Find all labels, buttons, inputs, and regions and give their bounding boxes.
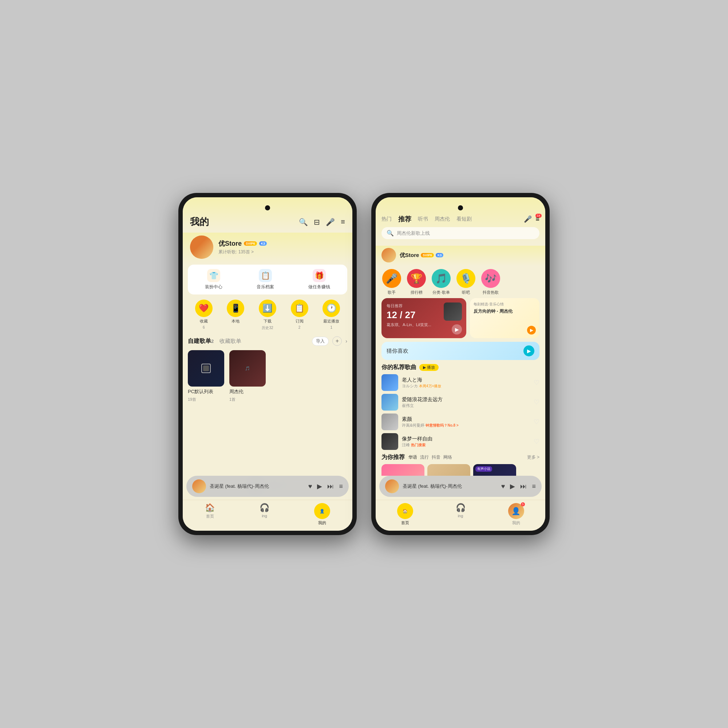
tab-recommend[interactable]: 推荐 — [398, 215, 411, 223]
heart-icon[interactable]: ♥ — [308, 483, 312, 490]
svg-rect-1 — [203, 366, 209, 371]
expand-icon[interactable]: › — [346, 338, 347, 344]
heart-icon-right[interactable]: ♥ — [501, 483, 505, 490]
nav-home-right[interactable]: 🏠 首页 — [397, 503, 413, 526]
play-icon-right[interactable]: ▶ — [510, 482, 515, 490]
tab-collected[interactable]: 收藏歌单 — [219, 338, 241, 345]
album-item-3[interactable]: 有声小说 18.1亿 ▶ 修罗武神 — [473, 464, 516, 476]
dress-center[interactable]: 👕 装扮中心 — [205, 269, 222, 290]
filter-douyin[interactable]: 抖音 — [432, 454, 440, 460]
every-moment-card[interactable]: 每刻精选·音乐心情 反方向的钟 - 周杰伦 ▶ — [470, 298, 540, 338]
list-icon-right[interactable]: ≡ — [532, 483, 536, 490]
cat-singer[interactable]: 🎤 歌手 — [381, 269, 402, 295]
playlist-tabs: 自建歌单2 收藏歌单 导入 + › — [188, 336, 347, 346]
private-rec-header: 你的私荐歌曲 ▶ 播放 — [376, 364, 545, 374]
nav-my[interactable]: 👤 我的 — [314, 503, 330, 526]
svip-badge: SVIP6 — [244, 241, 257, 246]
import-button[interactable]: 导入 — [312, 337, 329, 346]
cat-douyin[interactable]: 🎶 抖音热歌 — [480, 269, 501, 295]
tab-audiobook[interactable]: 听书 — [418, 216, 428, 222]
np-avatar-right — [385, 479, 399, 493]
cat-playlist[interactable]: 🎵 分类·歌单 — [431, 269, 451, 295]
archive-icon: 📋 — [259, 269, 272, 282]
tab-hot[interactable]: 热门 — [381, 216, 392, 222]
tab-created[interactable]: 自建歌单2 — [188, 337, 214, 345]
heart-song-1[interactable]: ♡ — [534, 379, 540, 387]
next-icon[interactable]: ⏭ — [327, 483, 334, 490]
filter-pop[interactable]: 流行 — [420, 454, 429, 460]
tab-drama[interactable]: 看短剧 — [456, 216, 472, 222]
bottom-nav-right: 🏠 首页 🎧 ing 👤 5 我的 — [376, 500, 545, 531]
add-playlist-button[interactable]: + — [332, 336, 342, 346]
douyin-icon: 🎶 — [481, 269, 500, 288]
cat-chart[interactable]: 🏆 排行榜 — [406, 269, 427, 295]
play-all-button[interactable]: ▶ 播放 — [419, 364, 439, 371]
heart-song-2[interactable]: ♡ — [534, 398, 540, 406]
listen-count[interactable]: 累计听歌: 135首 > — [219, 249, 345, 255]
more-link[interactable]: 更多 > — [527, 454, 540, 460]
playlist-item[interactable]: PC默认列表 19首 — [188, 350, 224, 402]
guess-you-like[interactable]: 猜你喜欢 ▶ — [381, 342, 540, 360]
cast-icon[interactable]: ⊟ — [314, 218, 320, 226]
daily-recommend-card[interactable]: 每日推荐 12 / 27 葛东琪、A-Lin、Lil笑笑... ▶ — [381, 298, 466, 338]
camera — [265, 205, 270, 210]
now-playing-bar-right[interactable]: 圣诞星 (feat. 杨瑞代)-周杰伦 ♥ ▶ ⏭ ≡ — [379, 476, 541, 497]
play-icon[interactable]: ▶ — [317, 482, 322, 490]
now-playing-bar[interactable]: 圣诞星 (feat. 杨瑞代)-周杰伦 ♥ ▶ ⏭ ≡ — [187, 476, 349, 497]
song-item-4[interactable]: 像梦一样自由 汪峰 热门搜索 ♡ — [381, 433, 540, 450]
nav-ing[interactable]: 🎧 ing — [260, 503, 269, 526]
recent-item[interactable]: 🕐 最近播放 1 — [320, 300, 342, 330]
guess-play-button[interactable]: ▶ — [523, 346, 534, 356]
search-bar[interactable]: 🔍 周杰伦新歌上线 — [381, 227, 540, 239]
search-icon[interactable]: 🔍 — [299, 218, 308, 226]
filter-chinese[interactable]: 华语 — [408, 454, 417, 460]
subscribe-item[interactable]: 📋 订阅 2 — [289, 300, 310, 330]
nav-ing-right[interactable]: 🎧 ing — [456, 503, 466, 526]
playlist-icon: 🎵 — [432, 269, 451, 288]
category-scroll: 🎤 歌手 🏆 排行榜 🎵 分类·歌单 🎙️ 听吧 🎶 抖音热歌 — [376, 266, 545, 298]
menu-icon[interactable]: ≡ — [341, 218, 345, 226]
radio-icon: 🎙️ — [456, 269, 476, 288]
song-artist-4: 汪峰 热门搜索 — [402, 442, 530, 448]
search-icon-right: 🔍 — [387, 230, 394, 237]
header-icons: 🎤 ≡ 14 — [524, 215, 540, 223]
np-info: 圣诞星 (feat. 杨瑞代)-周杰伦 — [210, 483, 305, 489]
next-icon-right[interactable]: ⏭ — [520, 483, 527, 490]
mic-icon[interactable]: 🎤 — [326, 218, 335, 226]
song-item[interactable]: 老人と海 ヨルシカ 本周4万+播放 ♡ — [381, 374, 540, 391]
local-item[interactable]: 📱 本地 — [225, 300, 246, 330]
nav-my-right[interactable]: 👤 5 我的 — [508, 503, 524, 526]
np-controls: ♥ ▶ ⏭ ≡ — [308, 482, 343, 490]
for-you-title: 为你推荐 — [381, 454, 405, 461]
earn-task[interactable]: 🎁 做任务赚钱 — [308, 269, 330, 290]
album-item-2[interactable]: 53.1万 ▶ — [427, 464, 470, 476]
tab-zjl[interactable]: 周杰伦 — [434, 216, 450, 222]
song-cover-3 — [381, 413, 398, 430]
cat-radio[interactable]: 🎙️ 听吧 — [456, 269, 476, 295]
dress-icon: 👕 — [207, 269, 220, 282]
collect-item[interactable]: ❤️ 收藏 6 — [193, 300, 215, 330]
music-archive[interactable]: 📋 音乐档案 — [257, 269, 274, 290]
daily-play-button[interactable]: ▶ — [452, 324, 462, 335]
singer-icon: 🎤 — [382, 269, 401, 288]
notification-icon[interactable]: ≡ 14 — [535, 216, 540, 223]
playlist-cover-pc — [188, 350, 224, 387]
album-item-1[interactable]: 13.5万 ▶ — [381, 464, 424, 476]
nav-home[interactable]: 🏠 首页 — [205, 503, 215, 526]
recent-icon: 🕐 — [323, 300, 340, 317]
song-item-2[interactable]: 爱随浪花漂去远方 崔伟立 ♡ — [381, 394, 540, 411]
heart-song-3[interactable]: ♡ — [534, 418, 540, 426]
download-item[interactable]: ⬇️ 下载 历史32 — [257, 300, 278, 330]
heart-song-4[interactable]: ♡ — [534, 437, 540, 445]
playlist-item-zjl[interactable]: 🎵 周杰伦 1首 — [229, 350, 266, 402]
moment-play-button[interactable]: ▶ — [527, 326, 536, 335]
np-title: 圣诞星 (feat. 杨瑞代)-周杰伦 — [210, 483, 305, 489]
list-icon[interactable]: ≡ — [339, 483, 343, 490]
song-list: 老人と海 ヨルシカ 本周4万+播放 ♡ 爱随浪花漂去远方 崔伟立 ♡ — [376, 374, 545, 450]
song-item-3[interactable]: 素颜 许嵩&何曼婷 钟意情歌吗？No.8 > ♡ — [381, 413, 540, 430]
mic-icon-right[interactable]: 🎤 — [524, 215, 532, 223]
k3-badge-right: K3 — [436, 253, 444, 257]
avatar[interactable] — [190, 236, 213, 259]
playlist-actions: 导入 + › — [312, 336, 347, 346]
filter-network[interactable]: 网络 — [444, 454, 452, 460]
